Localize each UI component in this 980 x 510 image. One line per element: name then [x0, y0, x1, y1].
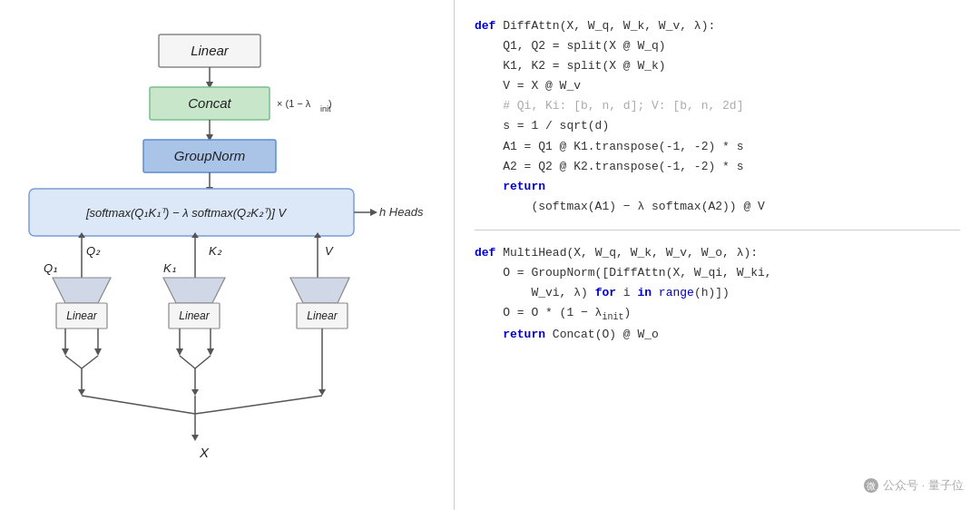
code-line-4: V = X @ W_v — [475, 76, 960, 96]
svg-text:K₁: K₁ — [163, 261, 176, 275]
svg-text:V: V — [325, 244, 334, 258]
code-line-6: s = 1 / sqrt(d) — [475, 116, 960, 136]
svg-line-58 — [82, 396, 195, 414]
svg-marker-55 — [191, 389, 199, 396]
svg-rect-32 — [56, 303, 107, 329]
code-block-multihead: def MultiHead(X, W_q, W_k, W_v, W_o, λ):… — [475, 243, 960, 345]
svg-rect-0 — [159, 34, 260, 67]
code-divider — [475, 230, 960, 230]
svg-marker-10 — [206, 134, 213, 142]
svg-text:GroupNorm: GroupNorm — [174, 148, 245, 163]
svg-rect-38 — [297, 303, 348, 329]
svg-text:h Heads: h Heads — [379, 205, 424, 219]
diagram-panel: Linear Concat × (1 − λ init ) GroupNorm — [0, 0, 454, 510]
architecture-diagram: Linear Concat × (1 − λ init ) GroupNorm — [18, 15, 436, 495]
svg-rect-35 — [169, 303, 220, 329]
code-line-10: (softmax(A1) − λ softmax(A2)) @ V — [475, 197, 960, 217]
svg-text:Concat: Concat — [188, 95, 231, 111]
code-line-7: A1 = Q1 @ K1.transpose(-1, -2) * s — [475, 137, 960, 157]
svg-marker-47 — [78, 389, 85, 396]
code-line-14: O = O * (1 − λinit) — [475, 303, 960, 325]
svg-rect-11 — [143, 140, 276, 172]
svg-rect-15 — [29, 189, 354, 236]
svg-line-45 — [82, 356, 98, 368]
svg-text:Q₂: Q₂ — [86, 244, 101, 258]
code-line-13: W_vi, λ) for i in range(h)]) — [475, 283, 960, 303]
svg-text:Linear: Linear — [66, 309, 97, 322]
svg-marker-41 — [62, 348, 69, 356]
svg-line-53 — [195, 356, 211, 368]
svg-text:K₂: K₂ — [209, 244, 222, 258]
code-line-8: A2 = Q2 @ K2.transpose(-1, -2) * s — [475, 157, 960, 177]
svg-marker-51 — [207, 348, 214, 356]
svg-text:Linear: Linear — [307, 309, 338, 322]
svg-text:[softmax(Q₁K₁ᵀ) − λ softmax(Q₂: [softmax(Q₁K₁ᵀ) − λ softmax(Q₂K₂ᵀ)] V — [85, 206, 288, 220]
code-line-3: K1, K2 = split(X @ W_k) — [475, 56, 960, 76]
svg-marker-57 — [318, 389, 326, 396]
wechat-icon: 微 — [863, 477, 879, 494]
svg-marker-62 — [191, 435, 199, 441]
svg-marker-31 — [53, 278, 111, 303]
svg-line-60 — [195, 396, 322, 414]
svg-marker-29 — [314, 232, 321, 238]
code-line-9: return — [475, 177, 960, 197]
svg-marker-37 — [290, 278, 349, 303]
code-line-1: def DiffAttn(X, W_q, W_k, W_v, λ): — [475, 16, 960, 36]
svg-text:× (1 − λ: × (1 − λ — [277, 98, 311, 109]
svg-text:X: X — [199, 445, 210, 460]
code-panel: def DiffAttn(X, W_q, W_k, W_v, λ): Q1, Q… — [454, 0, 980, 510]
svg-text:Linear: Linear — [191, 43, 230, 58]
code-block-diffattn: def DiffAttn(X, W_q, W_k, W_v, λ): Q1, Q… — [475, 16, 960, 217]
svg-text:微: 微 — [867, 481, 876, 491]
svg-line-52 — [180, 356, 195, 368]
svg-marker-14 — [206, 187, 213, 194]
svg-marker-3 — [206, 82, 213, 89]
svg-line-44 — [65, 356, 82, 368]
code-line-11: def MultiHead(X, W_q, W_k, W_v, W_o, λ): — [475, 243, 960, 263]
svg-marker-25 — [191, 232, 199, 238]
svg-text:init: init — [320, 104, 331, 113]
svg-text:): ) — [328, 98, 332, 109]
svg-marker-18 — [370, 209, 377, 216]
svg-marker-21 — [78, 232, 85, 238]
watermark: 微 公众号 · 量子位 — [863, 477, 964, 494]
code-line-15: return Concat(O) @ W_o — [475, 325, 960, 345]
watermark-text: 公众号 · 量子位 — [883, 477, 964, 494]
code-line-12: O = GroupNorm([DiffAttn(X, W_qi, W_ki, — [475, 263, 960, 283]
svg-text:Linear: Linear — [179, 309, 210, 322]
code-line-5: # Qi, Ki: [b, n, d]; V: [b, n, 2d] — [475, 96, 960, 116]
svg-marker-49 — [176, 348, 183, 356]
svg-rect-4 — [150, 87, 270, 120]
svg-marker-34 — [163, 278, 225, 303]
svg-text:Q₁: Q₁ — [44, 261, 57, 275]
code-line-2: Q1, Q2 = split(X @ W_q) — [475, 36, 960, 56]
svg-marker-43 — [94, 348, 102, 356]
